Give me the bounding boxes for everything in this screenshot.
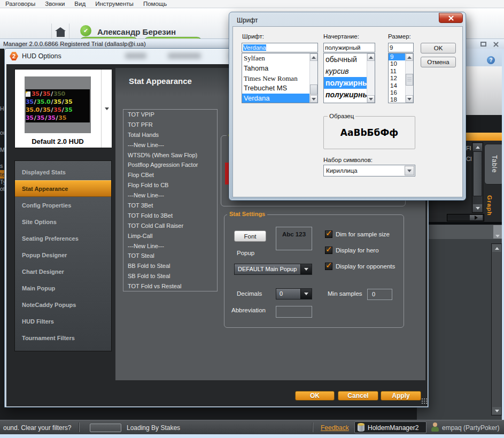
- ok-button[interactable]: OK: [295, 391, 335, 401]
- sidebar-item-hud-filters[interactable]: HUD Filters: [15, 313, 111, 329]
- stat-list-item[interactable]: SB Fold to Steal: [123, 271, 217, 281]
- stat-list-item[interactable]: TOT Fold to 3Bet: [123, 211, 217, 221]
- scroll-down-button[interactable]: [473, 204, 482, 212]
- hud-profile-selector[interactable]: 35/35/35035/35.0/35/3535.0/35/35/3535/35…: [14, 69, 112, 148]
- stat-list-item[interactable]: ---New Line---: [123, 241, 217, 251]
- stat-list[interactable]: TOT VPIPTOT PFRTotal Hands---New Line---…: [123, 109, 218, 291]
- checkbox-display-for-opponents[interactable]: ✓: [325, 263, 332, 270]
- stat-list-item[interactable]: TOT VPIP: [123, 110, 217, 120]
- vertical-scrollbar[interactable]: [491, 243, 502, 416]
- sidebar-item-site-options[interactable]: Site Options: [15, 213, 111, 230]
- font-name-input[interactable]: Verdana: [242, 43, 318, 52]
- font-list-item[interactable]: Tahoma: [242, 64, 317, 74]
- dropdown-button[interactable]: [405, 166, 414, 175]
- scrollbar-thumb[interactable]: [473, 151, 482, 196]
- restore-window-icon[interactable]: [480, 42, 486, 47]
- stat-list-item[interactable]: ---New Line---: [123, 190, 217, 201]
- horizontal-scrollbar[interactable]: [447, 214, 484, 221]
- sidebar-item-chart-designer[interactable]: Chart Designer: [15, 263, 111, 280]
- decimals-dropdown[interactable]: 0: [276, 288, 312, 299]
- font-list[interactable]: SylfaenTahomaTimes New RomanTrebuchet MS…: [242, 53, 318, 103]
- resize-grip[interactable]: [421, 398, 428, 404]
- size-list[interactable]: 9101112141618: [388, 53, 414, 103]
- dropdown-button[interactable]: [300, 289, 312, 299]
- skype-menu-item[interactable]: Звонки: [45, 1, 65, 7]
- sidebar-item-config-properties[interactable]: Config Properties: [15, 197, 111, 213]
- skype-menu-item[interactable]: Вид: [74, 1, 86, 7]
- stat-list-item[interactable]: TOT 3Bet: [123, 201, 217, 211]
- cancel-button[interactable]: Отмена: [421, 57, 456, 67]
- stat-list-item[interactable]: BB Fold to Steal: [123, 261, 217, 271]
- charset-dropdown[interactable]: Кириллица: [323, 165, 415, 176]
- sidebar-item-stat-appearance[interactable]: Stat Appearance: [15, 180, 111, 197]
- stat-list-item[interactable]: Postflop Aggression Factor: [123, 160, 217, 170]
- tab-graph[interactable]: Graph: [486, 189, 493, 222]
- tab-table[interactable]: Table: [484, 144, 504, 185]
- scroll-up-button[interactable]: [473, 143, 482, 151]
- stat-list-item[interactable]: Flop Fold to CB: [123, 180, 217, 190]
- database-selector[interactable]: HoldemManager2: [354, 421, 427, 433]
- font-list-item[interactable]: Verdana: [242, 94, 317, 103]
- feedback-link[interactable]: Feedback: [321, 424, 349, 432]
- style-list[interactable]: обычныйкурсивполужирныйполужирный курсив: [323, 53, 375, 103]
- sidebar-item-notecaddy-popups[interactable]: NoteCaddy Popups: [15, 296, 111, 313]
- min-samples-input[interactable]: 0: [367, 289, 392, 300]
- hud-stat-value: 35.0: [26, 106, 40, 113]
- stat-list-item[interactable]: Limp-Call: [123, 231, 217, 241]
- font-button[interactable]: Font: [234, 230, 266, 242]
- help-icon[interactable]: ?: [487, 56, 495, 64]
- scroll-up-button[interactable]: [310, 53, 317, 61]
- abbreviation-input[interactable]: [276, 306, 312, 318]
- tab-graph-label: Graph: [486, 195, 493, 216]
- checkbox-dim-for-sample-size[interactable]: ✓: [325, 230, 332, 238]
- scrollbar-thumb[interactable]: [406, 74, 413, 86]
- skype-menu-item[interactable]: Разговоры: [5, 1, 35, 7]
- scroll-down-button[interactable]: [310, 95, 317, 103]
- vertical-scrollbar[interactable]: [367, 53, 375, 103]
- stat-list-item[interactable]: ---New Line---: [123, 140, 217, 150]
- font-size-input[interactable]: 9: [388, 43, 414, 52]
- close-window-icon[interactable]: [493, 41, 499, 48]
- sidebar-item-tournament-filters[interactable]: Tournament Filters: [15, 329, 111, 346]
- stat-list-item[interactable]: TOT PFR: [123, 120, 217, 130]
- vertical-scrollbar[interactable]: [405, 53, 413, 103]
- stat-list-item[interactable]: TOT Fold vs Resteal: [123, 281, 217, 291]
- stat-list-item[interactable]: TOT Cold Call Raiser: [123, 221, 217, 231]
- sidebar-item-seating-preferences[interactable]: Seating Preferences: [15, 230, 111, 247]
- popup-dropdown[interactable]: DEFAULT Main Popup: [234, 264, 312, 275]
- stat-list-item[interactable]: Flop CBet: [123, 170, 217, 180]
- sidebar-item-popup-designer[interactable]: Popup Designer: [15, 247, 111, 263]
- hud-profile-dropdown-button[interactable]: [101, 70, 112, 148]
- close-button[interactable]: [439, 13, 463, 23]
- skype-menu-item[interactable]: Помощь: [143, 1, 167, 7]
- font-style-input[interactable]: полужирный: [323, 43, 375, 52]
- sidebar-item-main-popup[interactable]: Main Popup: [15, 280, 111, 296]
- font-list-item[interactable]: Sylfaen: [242, 53, 317, 64]
- ok-button[interactable]: OK: [421, 43, 456, 53]
- left-edge-text-fragment: ot: [0, 186, 4, 192]
- scroll-down-button[interactable]: [406, 95, 413, 103]
- stat-list-item[interactable]: WTSD% (When Saw Flop): [123, 150, 217, 160]
- stat-separator: /: [62, 106, 64, 113]
- vertical-scrollbar[interactable]: [309, 53, 317, 103]
- dropdown-button[interactable]: [300, 264, 312, 274]
- scroll-down-button[interactable]: [492, 407, 501, 414]
- stat-list-item[interactable]: TOT Steal: [123, 251, 217, 261]
- checkbox-display-for-hero[interactable]: ✓: [325, 247, 332, 254]
- scrollbar-thumb[interactable]: [310, 84, 317, 95]
- stat-list-item[interactable]: Total Hands: [123, 130, 217, 140]
- font-list-item[interactable]: Trebuchet MS: [242, 83, 317, 94]
- scroll-right-button[interactable]: [470, 215, 483, 220]
- apply-button[interactable]: Apply: [381, 391, 421, 401]
- sidebar-item-displayed-stats[interactable]: Displayed Stats: [15, 164, 111, 180]
- scroll-up-button[interactable]: [406, 53, 413, 61]
- font-list-item[interactable]: Times New Roman: [242, 74, 317, 84]
- stat-separator: /: [51, 106, 53, 113]
- skype-menu-item[interactable]: Инструменты: [95, 1, 134, 7]
- scroll-up-button[interactable]: [492, 244, 501, 252]
- cancel-button[interactable]: Cancel: [338, 391, 378, 401]
- stat-separator: /: [51, 90, 53, 97]
- scroll-up-button[interactable]: [367, 53, 375, 61]
- scroll-down-button[interactable]: [367, 95, 375, 103]
- vertical-scrollbar[interactable]: [472, 142, 483, 213]
